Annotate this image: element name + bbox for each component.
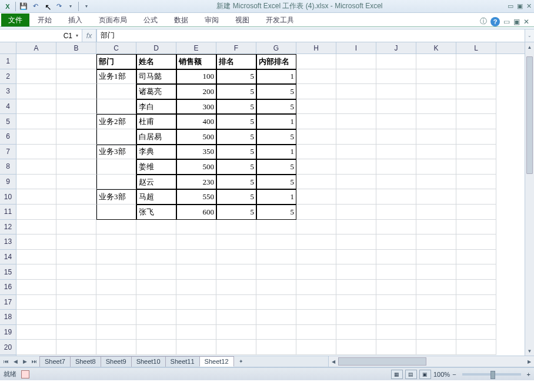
cell-B7[interactable] bbox=[56, 145, 96, 160]
cell-J17[interactable] bbox=[376, 295, 416, 310]
cell-D20[interactable] bbox=[136, 340, 176, 355]
macro-record-icon[interactable] bbox=[21, 370, 29, 378]
cell-F7[interactable]: 5 bbox=[216, 145, 256, 160]
cell-E15[interactable] bbox=[176, 264, 216, 280]
cell-H10[interactable] bbox=[296, 189, 336, 205]
cell-E10[interactable]: 550 bbox=[176, 189, 216, 205]
row-header-4[interactable]: 4 bbox=[0, 99, 16, 115]
cell-L14[interactable] bbox=[456, 250, 496, 265]
cell-E16[interactable] bbox=[176, 280, 216, 295]
col-header-L[interactable]: L bbox=[456, 42, 496, 53]
cell-F4[interactable]: 5 bbox=[216, 99, 256, 115]
row-header-2[interactable]: 2 bbox=[0, 69, 16, 85]
cell-J19[interactable] bbox=[376, 325, 416, 340]
ribbon-tab-7[interactable]: 开发工具 bbox=[258, 14, 302, 26]
tab-nav-last-icon[interactable]: ⏭ bbox=[29, 359, 39, 364]
row-header-1[interactable]: 1 bbox=[0, 54, 16, 69]
cell-L16[interactable] bbox=[456, 280, 496, 295]
cell-B11[interactable] bbox=[56, 205, 96, 220]
cell-I7[interactable] bbox=[336, 145, 376, 160]
spreadsheet-grid[interactable]: 部门姓名销售额排名内部排名业务1部司马懿10051诸葛亮20055李白30055… bbox=[16, 54, 525, 356]
cell-A14[interactable] bbox=[16, 250, 56, 265]
cell-E1[interactable]: 销售额 bbox=[176, 54, 216, 69]
cell-G6[interactable]: 5 bbox=[256, 129, 296, 145]
cell-H2[interactable] bbox=[296, 69, 336, 85]
cell-C18[interactable] bbox=[96, 310, 136, 325]
cell-B15[interactable] bbox=[56, 264, 96, 280]
cell-E3[interactable]: 200 bbox=[176, 84, 216, 99]
col-header-I[interactable]: I bbox=[336, 42, 376, 53]
sheet-tab-Sheet7[interactable]: Sheet7 bbox=[39, 356, 71, 367]
cell-C13[interactable] bbox=[96, 234, 136, 250]
horizontal-scrollbar[interactable]: ◀ ▶ bbox=[328, 356, 534, 367]
ribbon-tab-4[interactable]: 数据 bbox=[166, 14, 196, 26]
cell-H18[interactable] bbox=[296, 310, 336, 325]
cell-K10[interactable] bbox=[416, 189, 456, 205]
tab-nav-next-icon[interactable]: ▶ bbox=[20, 359, 29, 364]
col-header-D[interactable]: D bbox=[136, 42, 176, 53]
tab-nav-prev-icon[interactable]: ◀ bbox=[11, 359, 20, 364]
cell-J8[interactable] bbox=[376, 159, 416, 175]
cell-B1[interactable] bbox=[56, 54, 96, 69]
cell-J11[interactable] bbox=[376, 205, 416, 220]
cell-C7[interactable]: 业务3部 bbox=[96, 145, 136, 160]
cell-F15[interactable] bbox=[216, 264, 256, 280]
cell-E7[interactable]: 350 bbox=[176, 145, 216, 160]
cell-G5[interactable]: 1 bbox=[256, 114, 296, 129]
col-header-H[interactable]: H bbox=[296, 42, 336, 53]
cell-D10[interactable]: 马超 bbox=[136, 189, 176, 205]
cell-D15[interactable] bbox=[136, 264, 176, 280]
zoom-in-icon[interactable]: + bbox=[527, 371, 530, 378]
cell-F10[interactable]: 5 bbox=[216, 189, 256, 205]
cell-J18[interactable] bbox=[376, 310, 416, 325]
sheet-tab-Sheet10[interactable]: Sheet10 bbox=[131, 356, 166, 367]
cell-C10[interactable]: 业务3部 bbox=[96, 189, 136, 205]
cell-K18[interactable] bbox=[416, 310, 456, 325]
cell-F11[interactable]: 5 bbox=[216, 205, 256, 220]
cell-D14[interactable] bbox=[136, 250, 176, 265]
zoom-level[interactable]: 100% bbox=[433, 371, 450, 378]
cell-G12[interactable] bbox=[256, 220, 296, 235]
cell-C15[interactable] bbox=[96, 264, 136, 280]
cell-H20[interactable] bbox=[296, 340, 336, 355]
select-all-corner[interactable] bbox=[0, 42, 16, 54]
cell-I6[interactable] bbox=[336, 129, 376, 145]
cell-H5[interactable] bbox=[296, 114, 336, 129]
cell-L20[interactable] bbox=[456, 340, 496, 355]
cell-C6[interactable] bbox=[96, 129, 136, 145]
cell-K4[interactable] bbox=[416, 99, 456, 115]
cell-L7[interactable] bbox=[456, 145, 496, 160]
cell-D5[interactable]: 杜甫 bbox=[136, 114, 176, 129]
row-header-10[interactable]: 10 bbox=[0, 189, 16, 205]
cell-C4[interactable] bbox=[96, 99, 136, 115]
sheet-tab-Sheet8[interactable]: Sheet8 bbox=[70, 356, 101, 367]
ribbon-tab-3[interactable]: 公式 bbox=[135, 14, 166, 26]
row-header-8[interactable]: 8 bbox=[0, 159, 16, 175]
row-header-7[interactable]: 7 bbox=[0, 145, 16, 160]
cell-F1[interactable]: 排名 bbox=[216, 54, 256, 69]
cell-I13[interactable] bbox=[336, 234, 376, 250]
cell-C8[interactable] bbox=[96, 159, 136, 175]
row-header-19[interactable]: 19 bbox=[0, 325, 16, 340]
row-header-11[interactable]: 11 bbox=[0, 205, 16, 220]
scroll-thumb-horizontal[interactable] bbox=[338, 357, 426, 366]
cell-A4[interactable] bbox=[16, 99, 56, 115]
row-header-5[interactable]: 5 bbox=[0, 114, 16, 129]
redo-icon[interactable]: ↷ bbox=[54, 1, 64, 12]
cell-F5[interactable]: 5 bbox=[216, 114, 256, 129]
cell-C1[interactable]: 部门 bbox=[96, 54, 136, 69]
cell-B9[interactable] bbox=[56, 175, 96, 190]
cell-E11[interactable]: 600 bbox=[176, 205, 216, 220]
cell-A8[interactable] bbox=[16, 159, 56, 175]
row-header-9[interactable]: 9 bbox=[0, 175, 16, 190]
col-header-A[interactable]: A bbox=[16, 42, 56, 53]
cell-K19[interactable] bbox=[416, 325, 456, 340]
cell-F9[interactable]: 5 bbox=[216, 175, 256, 190]
cell-I9[interactable] bbox=[336, 175, 376, 190]
cell-E18[interactable] bbox=[176, 310, 216, 325]
cell-I10[interactable] bbox=[336, 189, 376, 205]
cell-I4[interactable] bbox=[336, 99, 376, 115]
cell-G2[interactable]: 1 bbox=[256, 69, 296, 85]
cell-H8[interactable] bbox=[296, 159, 336, 175]
cell-A12[interactable] bbox=[16, 220, 56, 235]
